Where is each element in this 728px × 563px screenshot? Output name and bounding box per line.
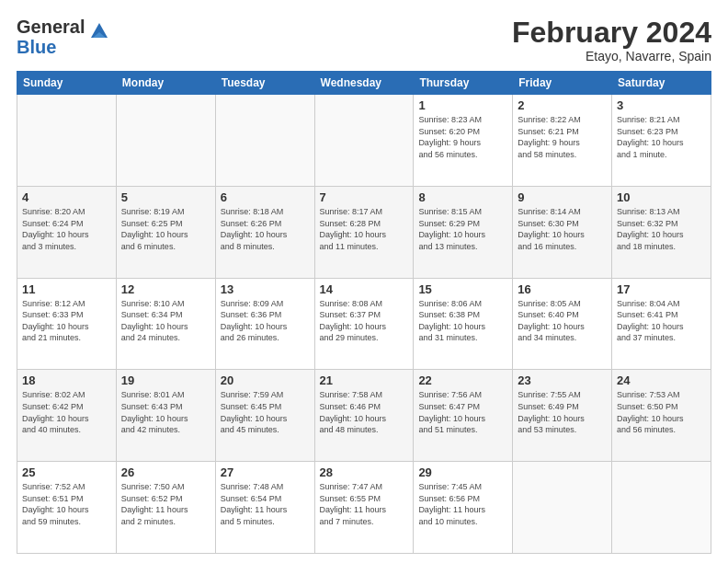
day-number: 7: [320, 190, 409, 204]
day-number: 25: [22, 465, 111, 479]
day-cell: 13Sunrise: 8:09 AM Sunset: 6:36 PM Dayli…: [215, 278, 314, 370]
day-number: 12: [121, 282, 210, 296]
day-cell: 9Sunrise: 8:14 AM Sunset: 6:30 PM Daylig…: [513, 186, 612, 278]
day-cell: [17, 95, 117, 187]
day-info: Sunrise: 8:19 AM Sunset: 6:25 PM Dayligh…: [121, 206, 210, 252]
day-number: 13: [221, 282, 310, 296]
day-number: 1: [418, 98, 507, 112]
day-cell: 11Sunrise: 8:12 AM Sunset: 6:33 PM Dayli…: [17, 278, 117, 370]
day-info: Sunrise: 8:05 AM Sunset: 6:40 PM Dayligh…: [518, 298, 607, 344]
day-info: Sunrise: 8:13 AM Sunset: 6:32 PM Dayligh…: [617, 206, 706, 252]
day-number: 19: [121, 373, 210, 387]
day-number: 10: [617, 190, 706, 204]
day-cell: 19Sunrise: 8:01 AM Sunset: 6:43 PM Dayli…: [116, 370, 215, 462]
day-header-monday: Monday: [116, 72, 215, 95]
day-cell: 15Sunrise: 8:06 AM Sunset: 6:38 PM Dayli…: [414, 278, 513, 370]
day-cell: 4Sunrise: 8:20 AM Sunset: 6:24 PM Daylig…: [17, 186, 117, 278]
day-header-friday: Friday: [513, 72, 612, 95]
day-number: 16: [518, 282, 607, 296]
day-info: Sunrise: 8:01 AM Sunset: 6:43 PM Dayligh…: [121, 389, 210, 435]
week-row-3: 11Sunrise: 8:12 AM Sunset: 6:33 PM Dayli…: [17, 278, 711, 370]
subtitle: Etayo, Navarre, Spain: [512, 49, 711, 63]
day-cell: 18Sunrise: 8:02 AM Sunset: 6:42 PM Dayli…: [17, 370, 117, 462]
day-number: 2: [518, 98, 607, 112]
day-info: Sunrise: 8:09 AM Sunset: 6:36 PM Dayligh…: [221, 298, 310, 344]
day-info: Sunrise: 8:10 AM Sunset: 6:34 PM Dayligh…: [121, 298, 210, 344]
day-info: Sunrise: 8:02 AM Sunset: 6:42 PM Dayligh…: [22, 389, 111, 435]
day-number: 6: [221, 190, 310, 204]
logo-block: General Blue: [17, 17, 111, 57]
day-header-saturday: Saturday: [612, 72, 711, 95]
page: General Blue February 2024 Etayo, Navarr…: [0, 0, 728, 563]
week-row-4: 18Sunrise: 8:02 AM Sunset: 6:42 PM Dayli…: [17, 370, 711, 462]
day-number: 26: [121, 465, 210, 479]
logo: General Blue: [17, 17, 111, 57]
day-cell: 28Sunrise: 7:47 AM Sunset: 6:55 PM Dayli…: [314, 462, 414, 554]
day-info: Sunrise: 8:20 AM Sunset: 6:24 PM Dayligh…: [22, 206, 111, 252]
header-row: SundayMondayTuesdayWednesdayThursdayFrid…: [17, 72, 711, 95]
day-cell: 10Sunrise: 8:13 AM Sunset: 6:32 PM Dayli…: [612, 186, 711, 278]
day-number: 21: [320, 373, 409, 387]
day-info: Sunrise: 8:04 AM Sunset: 6:41 PM Dayligh…: [617, 298, 706, 344]
day-cell: 8Sunrise: 8:15 AM Sunset: 6:29 PM Daylig…: [414, 186, 513, 278]
header: General Blue February 2024 Etayo, Navarr…: [17, 17, 711, 63]
week-row-5: 25Sunrise: 7:52 AM Sunset: 6:51 PM Dayli…: [17, 462, 711, 554]
day-cell: 25Sunrise: 7:52 AM Sunset: 6:51 PM Dayli…: [17, 462, 117, 554]
day-info: Sunrise: 7:45 AM Sunset: 6:56 PM Dayligh…: [418, 481, 507, 527]
day-cell: [513, 462, 612, 554]
day-number: 27: [221, 465, 310, 479]
day-cell: [612, 462, 711, 554]
month-title: February 2024: [512, 17, 711, 49]
day-number: 24: [617, 373, 706, 387]
day-cell: 14Sunrise: 8:08 AM Sunset: 6:37 PM Dayli…: [314, 278, 414, 370]
day-number: 8: [418, 190, 507, 204]
logo-general: General: [17, 17, 85, 37]
day-number: 3: [617, 98, 706, 112]
day-cell: 16Sunrise: 8:05 AM Sunset: 6:40 PM Dayli…: [513, 278, 612, 370]
day-cell: [215, 95, 314, 187]
day-info: Sunrise: 7:52 AM Sunset: 6:51 PM Dayligh…: [22, 481, 111, 527]
day-info: Sunrise: 8:14 AM Sunset: 6:30 PM Dayligh…: [518, 206, 607, 252]
day-cell: 5Sunrise: 8:19 AM Sunset: 6:25 PM Daylig…: [116, 186, 215, 278]
day-number: 23: [518, 373, 607, 387]
day-info: Sunrise: 7:47 AM Sunset: 6:55 PM Dayligh…: [320, 481, 409, 527]
day-cell: 29Sunrise: 7:45 AM Sunset: 6:56 PM Dayli…: [414, 462, 513, 554]
day-number: 14: [320, 282, 409, 296]
day-info: Sunrise: 7:56 AM Sunset: 6:47 PM Dayligh…: [418, 389, 507, 435]
calendar: SundayMondayTuesdayWednesdayThursdayFrid…: [17, 71, 711, 554]
day-header-sunday: Sunday: [17, 72, 117, 95]
day-number: 5: [121, 190, 210, 204]
logo-blue: Blue: [17, 37, 56, 57]
day-info: Sunrise: 8:23 AM Sunset: 6:20 PM Dayligh…: [418, 114, 507, 160]
day-info: Sunrise: 8:21 AM Sunset: 6:23 PM Dayligh…: [617, 114, 706, 160]
day-info: Sunrise: 8:22 AM Sunset: 6:21 PM Dayligh…: [518, 114, 607, 160]
day-cell: 20Sunrise: 7:59 AM Sunset: 6:45 PM Dayli…: [215, 370, 314, 462]
day-cell: 1Sunrise: 8:23 AM Sunset: 6:20 PM Daylig…: [414, 95, 513, 187]
day-info: Sunrise: 8:08 AM Sunset: 6:37 PM Dayligh…: [320, 298, 409, 344]
day-number: 20: [221, 373, 310, 387]
day-info: Sunrise: 7:58 AM Sunset: 6:46 PM Dayligh…: [320, 389, 409, 435]
day-cell: 23Sunrise: 7:55 AM Sunset: 6:49 PM Dayli…: [513, 370, 612, 462]
day-number: 4: [22, 190, 111, 204]
day-cell: 27Sunrise: 7:48 AM Sunset: 6:54 PM Dayli…: [215, 462, 314, 554]
day-info: Sunrise: 8:06 AM Sunset: 6:38 PM Dayligh…: [418, 298, 507, 344]
day-number: 15: [418, 282, 507, 296]
day-number: 17: [617, 282, 706, 296]
day-info: Sunrise: 8:15 AM Sunset: 6:29 PM Dayligh…: [418, 206, 507, 252]
day-header-thursday: Thursday: [414, 72, 513, 95]
day-header-wednesday: Wednesday: [314, 72, 414, 95]
day-cell: 17Sunrise: 8:04 AM Sunset: 6:41 PM Dayli…: [612, 278, 711, 370]
day-number: 11: [22, 282, 111, 296]
day-cell: [116, 95, 215, 187]
day-info: Sunrise: 8:12 AM Sunset: 6:33 PM Dayligh…: [22, 298, 111, 344]
logo-icon: [87, 19, 111, 47]
day-number: 22: [418, 373, 507, 387]
day-info: Sunrise: 8:18 AM Sunset: 6:26 PM Dayligh…: [221, 206, 310, 252]
day-info: Sunrise: 7:53 AM Sunset: 6:50 PM Dayligh…: [617, 389, 706, 435]
day-cell: 21Sunrise: 7:58 AM Sunset: 6:46 PM Dayli…: [314, 370, 414, 462]
day-info: Sunrise: 7:59 AM Sunset: 6:45 PM Dayligh…: [221, 389, 310, 435]
day-info: Sunrise: 8:17 AM Sunset: 6:28 PM Dayligh…: [320, 206, 409, 252]
day-info: Sunrise: 7:48 AM Sunset: 6:54 PM Dayligh…: [221, 481, 310, 527]
day-number: 28: [320, 465, 409, 479]
week-row-2: 4Sunrise: 8:20 AM Sunset: 6:24 PM Daylig…: [17, 186, 711, 278]
